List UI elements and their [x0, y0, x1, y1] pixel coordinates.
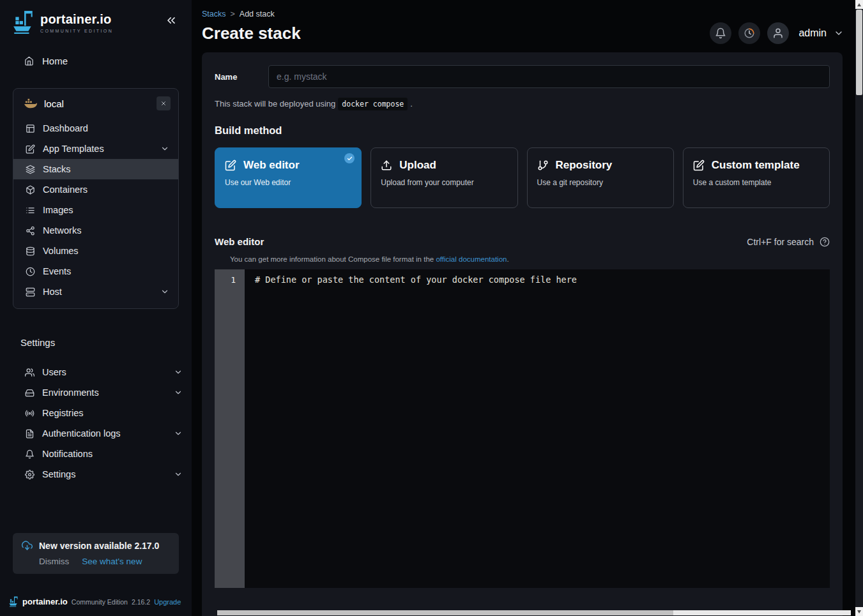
close-icon: [160, 100, 167, 107]
portainer-footer-logo-icon: [9, 596, 19, 607]
notifications-icon: [24, 449, 34, 459]
sidebar-item-label: Environments: [42, 387, 166, 398]
app-templates-icon: [25, 144, 35, 154]
sidebar-item-app-templates[interactable]: App Templates: [13, 139, 178, 159]
method-subtitle: Use a git repository: [537, 178, 664, 187]
breadcrumb-separator: >: [231, 10, 235, 19]
chevron-down-icon: [160, 144, 169, 153]
line-number: 1: [215, 274, 236, 286]
sidebar-item-environments[interactable]: Environments: [0, 382, 192, 403]
sidebar-item-label: Authentication logs: [42, 428, 166, 439]
bell-icon: [715, 27, 726, 39]
horizontal-scrollbar[interactable]: [217, 610, 851, 615]
sidebar-item-label: App Templates: [43, 144, 153, 154]
sidebar-item-label: Settings: [42, 469, 166, 479]
page-title: Create stack: [202, 24, 301, 43]
update-indicator-button[interactable]: [738, 22, 760, 44]
user-menu-chevron-icon[interactable]: [834, 28, 844, 38]
sidebar-collapse-button[interactable]: [165, 14, 178, 27]
upgrade-link[interactable]: Upgrade: [154, 598, 181, 606]
scroll-down-arrow-icon: [857, 610, 861, 613]
brand-text: portainer.io COMMUNITY EDITION: [40, 12, 113, 33]
search-hint-text: Ctrl+F for search: [747, 237, 814, 247]
sidebar-item-label: Users: [42, 367, 166, 377]
stacks-icon: [25, 165, 35, 174]
sidebar-item-label: Dashboard: [43, 123, 169, 133]
sidebar-item-authentication-logs[interactable]: Authentication logs: [0, 423, 192, 444]
build-method-title: Build method: [215, 124, 830, 137]
home-icon: [24, 56, 34, 66]
editor-content[interactable]: # Define or paste the content of your do…: [245, 269, 577, 588]
sidebar-item-label: Stacks: [43, 164, 169, 174]
deploy-note: This stack will be deployed usingdocker …: [215, 99, 830, 109]
sidebar-item-registries[interactable]: Registries: [0, 403, 192, 423]
compose-editor[interactable]: 1 # Define or paste the content of your …: [215, 269, 830, 588]
breadcrumb-stacks-link[interactable]: Stacks: [202, 10, 226, 19]
upload-icon: [381, 160, 392, 171]
networks-icon: [25, 226, 35, 236]
sidebar-settings-header: Settings: [20, 337, 192, 348]
vertical-scrollbar[interactable]: [855, 0, 863, 616]
sidebar-item-volumes[interactable]: Volumes: [13, 241, 178, 261]
sidebar-footer: portainer.io Community Edition 2.16.2 Up…: [9, 596, 187, 607]
sidebar-item-dashboard[interactable]: Dashboard: [13, 118, 178, 139]
sidebar-item-label: Registries: [42, 408, 183, 418]
environment-close-button[interactable]: [157, 96, 171, 110]
method-title: Custom template: [712, 159, 800, 172]
sidebar-item-events[interactable]: Events: [13, 261, 178, 282]
notifications-button[interactable]: [710, 22, 731, 44]
scroll-up-button[interactable]: [855, 0, 863, 9]
sidebar-item-notifications[interactable]: Notifications: [0, 444, 192, 464]
sidebar-item-label: Containers: [43, 184, 169, 195]
images-icon: [25, 206, 35, 215]
settings-gear-icon: [24, 470, 34, 479]
sidebar-item-images[interactable]: Images: [13, 200, 178, 220]
search-hint: Ctrl+F for search: [747, 237, 830, 247]
update-banner-title: New version available 2.17.0: [39, 541, 159, 551]
portainer-logo[interactable]: portainer.io COMMUNITY EDITION: [13, 10, 113, 34]
vertical-scrollbar-thumb[interactable]: [856, 10, 862, 95]
registries-icon: [24, 409, 34, 418]
chevrons-left-icon: [165, 14, 178, 27]
build-method-upload[interactable]: Upload Upload from your computer: [370, 147, 517, 208]
build-method-repository[interactable]: Repository Use a git repository: [527, 147, 674, 208]
sidebar-item-label: Events: [43, 266, 169, 276]
method-title: Web editor: [243, 159, 300, 172]
update-clock-icon: [744, 27, 755, 39]
settings-group: Users Environments Registries Authentica…: [0, 362, 192, 485]
sidebar-item-label: Notifications: [42, 449, 183, 459]
dismiss-button[interactable]: Dismiss: [39, 557, 69, 566]
stack-name-input[interactable]: [268, 65, 830, 88]
sidebar-item-label: Images: [43, 205, 169, 215]
build-method-custom-template[interactable]: Custom template Use a custom template: [683, 147, 830, 208]
sidebar: portainer.io COMMUNITY EDITION Home loca…: [0, 0, 192, 616]
header-actions: admin: [710, 22, 844, 44]
brand-edition: COMMUNITY EDITION: [40, 29, 113, 33]
scroll-down-button[interactable]: [855, 607, 863, 616]
chevron-down-icon: [174, 429, 183, 438]
sidebar-item-networks[interactable]: Networks: [13, 220, 178, 241]
deploy-note-prefix: This stack will be deployed using: [215, 99, 335, 109]
sidebar-item-settings[interactable]: Settings: [0, 464, 192, 485]
sidebar-item-stacks[interactable]: Stacks: [13, 159, 178, 179]
sidebar-item-home[interactable]: Home: [0, 50, 192, 71]
avatar[interactable]: [767, 22, 789, 44]
web-editor-section-title: Web editor: [215, 236, 264, 247]
chevron-down-icon: [174, 368, 183, 377]
environment-box: local Dashboard App Templates Stacks Con…: [13, 88, 179, 309]
containers-icon: [25, 185, 35, 195]
sidebar-item-users[interactable]: Users: [0, 362, 192, 382]
help-circle-icon[interactable]: [820, 237, 830, 247]
dashboard-icon: [25, 124, 35, 133]
build-method-web-editor[interactable]: Web editor Use our Web editor: [215, 147, 362, 208]
horizontal-scrollbar-thumb[interactable]: [217, 610, 673, 615]
sidebar-item-host[interactable]: Host: [13, 282, 178, 302]
sidebar-item-containers[interactable]: Containers: [13, 179, 178, 200]
environment-header[interactable]: local: [13, 89, 178, 118]
breadcrumb-current: Add stack: [240, 10, 275, 19]
environments-icon: [24, 388, 34, 398]
users-icon: [24, 368, 34, 377]
see-whats-new-link[interactable]: See what's new: [82, 557, 142, 566]
method-title: Repository: [556, 159, 613, 172]
official-documentation-link[interactable]: official documentation: [436, 255, 507, 263]
